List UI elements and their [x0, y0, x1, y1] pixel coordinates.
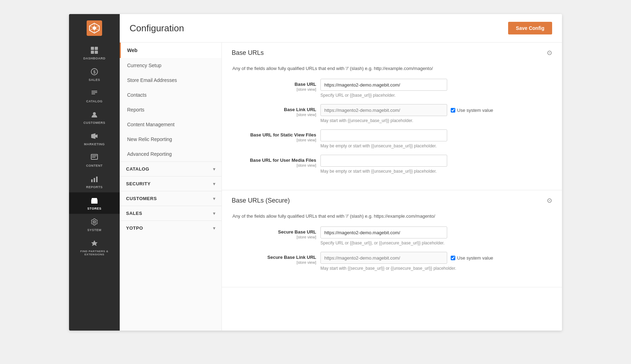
left-panel-item-advanced-reporting[interactable]: Advanced Reporting [120, 147, 221, 161]
collapse-secure-icon[interactable]: ⊙ [547, 197, 552, 204]
svg-rect-10 [92, 155, 97, 156]
sidebar-item-label: CONTENT [86, 164, 103, 167]
base-url-row: Base URL [store view] Specify URL or {{b… [232, 79, 552, 98]
left-panel-section-header-yotpo[interactable]: YOTPO ▾ [120, 221, 221, 235]
customers-icon [90, 111, 98, 120]
base-urls-description: Any of the fields allow fully qualified … [232, 66, 552, 71]
base-url-label: Base URL [232, 82, 316, 87]
base-urls-section-header[interactable]: Base URLs ⊙ [222, 43, 562, 63]
secure-base-url-input[interactable] [320, 226, 447, 238]
left-panel-section-security: SECURITY ▾ [120, 176, 221, 191]
sidebar-item-customers[interactable]: CUSTOMERS [69, 107, 120, 128]
base-link-url-input[interactable] [320, 104, 447, 116]
base-url-static-label-wrap: Base URL for Static View Files [store vi… [232, 129, 316, 142]
base-url-field-wrap: Specify URL or {{base_url}} placeholder. [320, 79, 552, 98]
svg-rect-12 [91, 179, 93, 182]
sidebar-item-reports[interactable]: REPORTS [69, 171, 120, 192]
left-panel-item-contacts[interactable]: Contacts [120, 88, 221, 102]
sidebar-item-system[interactable]: SYSTEM [69, 214, 120, 235]
content-icon [90, 154, 98, 162]
svg-text:$: $ [93, 70, 96, 75]
secure-base-link-url-input[interactable] [320, 252, 447, 264]
left-panel-section-header-customers[interactable]: CUSTOMERS ▾ [120, 191, 221, 206]
secure-base-link-url-row: Secure Base Link URL [store view] Use sy… [232, 252, 552, 271]
secure-base-link-url-input-row: Use system value [320, 252, 552, 264]
section-label: SALES [126, 211, 142, 216]
sidebar-item-label: SALES [89, 78, 100, 82]
dashboard-icon [90, 46, 98, 55]
left-panel-item-reports[interactable]: Reports [120, 102, 221, 117]
left-panel-section-header-sales[interactable]: SALES ▾ [120, 206, 221, 221]
secure-base-link-url-label: Secure Base Link URL [232, 255, 316, 260]
left-panel-item-store-email[interactable]: Store Email Addresses [120, 73, 221, 88]
svg-point-8 [93, 112, 96, 115]
chevron-down-icon: ▾ [213, 226, 215, 231]
section-label: CUSTOMERS [126, 196, 157, 201]
sidebar-item-stores[interactable]: STORES [69, 192, 120, 214]
system-icon [90, 218, 98, 227]
extensions-icon [90, 240, 98, 248]
base-link-url-row: Base Link URL [store view] Use system va… [232, 104, 552, 123]
left-panel-item-content-management[interactable]: Content Management [120, 117, 221, 132]
svg-rect-3 [95, 47, 98, 50]
sales-icon: $ [90, 68, 98, 77]
base-url-input[interactable] [320, 79, 447, 91]
secure-base-url-hint: Specify URL or {{base_url}}, or {{unsecu… [320, 241, 552, 245]
reports-icon [90, 175, 98, 184]
sidebar-item-content[interactable]: CONTENT [69, 149, 120, 171]
section-label: SECURITY [126, 181, 151, 186]
sidebar-item-label: REPORTS [86, 185, 102, 189]
secure-base-link-url-sub-label: [store view] [232, 260, 316, 264]
left-panel-section-catalog: CATALOG ▾ [120, 161, 221, 176]
collapse-icon[interactable]: ⊙ [547, 49, 552, 57]
base-urls-secure-section: Base URLs (Secure) ⊙ Any of the fields a… [222, 190, 562, 287]
svg-rect-16 [93, 201, 95, 204]
svg-rect-2 [91, 47, 94, 50]
left-panel: Web Currency Setup Store Email Addresses… [120, 43, 222, 331]
base-url-media-row: Base URL for User Media Files [store vie… [232, 155, 552, 174]
sidebar-item-label: SYSTEM [87, 228, 101, 232]
section-label: YOTPO [126, 225, 143, 231]
left-panel-item-currency[interactable]: Currency Setup [120, 58, 221, 73]
sidebar-item-catalog[interactable]: CATALOG [69, 85, 120, 107]
secure-base-url-field-wrap: Specify URL or {{base_url}}, or {{unsecu… [320, 226, 552, 245]
sidebar-item-label: FIND PARTNERS & EXTENSIONS [72, 250, 117, 256]
left-panel-section-customers: CUSTOMERS ▾ [120, 191, 221, 206]
left-panel-active-item[interactable]: Web [120, 43, 221, 58]
page-title: Configuration [130, 23, 184, 34]
save-config-button[interactable]: Save Config [508, 22, 552, 34]
base-link-url-hint: May start with {{unsecure_base_url}} pla… [320, 118, 552, 123]
base-url-media-input[interactable] [320, 155, 447, 167]
base-link-url-sub-label: [store view] [232, 113, 316, 117]
left-panel-section-header-catalog[interactable]: CATALOG ▾ [120, 162, 221, 176]
content-body: Web Currency Setup Store Email Addresses… [120, 43, 562, 331]
secure-base-url-input-row [320, 226, 552, 238]
svg-rect-5 [95, 51, 98, 54]
base-url-input-row [320, 79, 552, 91]
sidebar-item-sales[interactable]: $ SALES [69, 64, 120, 85]
sidebar-item-extensions[interactable]: FIND PARTNERS & EXTENSIONS [69, 235, 120, 260]
base-url-media-label-wrap: Base URL for User Media Files [store vie… [232, 155, 316, 167]
base-urls-section: Base URLs ⊙ Any of the fields allow full… [222, 43, 562, 190]
catalog-icon [90, 89, 98, 98]
chevron-down-icon: ▾ [213, 211, 215, 216]
base-urls-secure-description: Any of the fields allow fully qualified … [232, 213, 552, 219]
base-url-media-input-row [320, 155, 552, 167]
base-link-url-label-wrap: Base Link URL [store view] [232, 104, 316, 117]
svg-rect-13 [94, 178, 95, 182]
sidebar-item-marketing[interactable]: MARKETING [69, 128, 120, 149]
right-panel: Base URLs ⊙ Any of the fields allow full… [222, 43, 562, 331]
left-panel-item-new-relic[interactable]: New Relic Reporting [120, 132, 221, 147]
base-url-static-input[interactable] [320, 129, 447, 141]
base-urls-secure-section-header[interactable]: Base URLs (Secure) ⊙ [222, 190, 562, 211]
secure-base-url-label-wrap: Secure Base URL [store view] [232, 226, 316, 239]
base-urls-body: Any of the fields allow fully qualified … [222, 63, 562, 190]
svg-point-1 [93, 26, 96, 30]
use-system-value-checkbox[interactable] [451, 108, 455, 113]
secure-use-system-value-checkbox[interactable] [451, 256, 455, 260]
sidebar-item-dashboard[interactable]: DASHBOARD [69, 42, 120, 64]
secure-base-url-sub-label: [store view] [232, 235, 316, 239]
base-urls-secure-title: Base URLs (Secure) [232, 197, 290, 204]
page-header: Configuration Save Config [120, 14, 562, 43]
left-panel-section-header-security[interactable]: SECURITY ▾ [120, 177, 221, 191]
